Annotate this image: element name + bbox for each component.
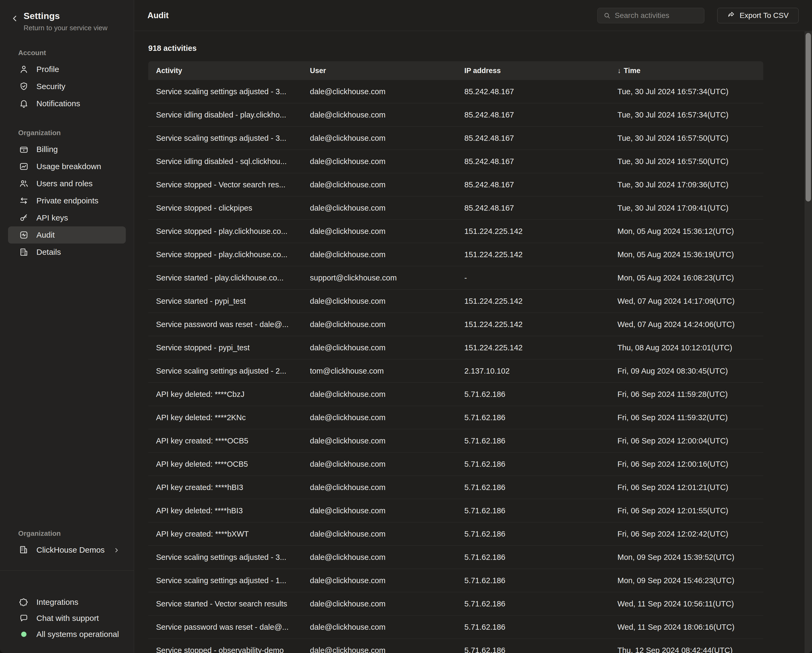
cell-time: Mon, 09 Sep 2024 15:46:23(UTC) xyxy=(617,576,763,585)
vertical-scrollbar[interactable] xyxy=(804,31,812,653)
cell-activity: API key created: ****hBI3 xyxy=(148,483,310,492)
cell-ip: 5.71.62.186 xyxy=(464,390,617,399)
cell-time: Mon, 05 Aug 2024 15:36:19(UTC) xyxy=(617,250,763,259)
table-row[interactable]: Service started - pypi_test dale@clickho… xyxy=(148,290,763,313)
chat-support-link[interactable]: Chat with support xyxy=(8,610,126,626)
integrations-link[interactable]: Integrations xyxy=(8,594,126,610)
table-row[interactable]: Service idling disabled - sql.clickhou..… xyxy=(148,150,763,173)
sidebar-item-billing[interactable]: Billing xyxy=(8,141,126,158)
page-subtitle: Return to your service view xyxy=(24,24,126,32)
cell-ip: 5.71.62.186 xyxy=(464,600,617,608)
table-row[interactable]: Service stopped - pypi_test dale@clickho… xyxy=(148,336,763,359)
organization-nav: Billing Usage breakdown Users and roles … xyxy=(0,141,134,261)
table-row[interactable]: Service idling disabled - play.clickho..… xyxy=(148,103,763,127)
table-row[interactable]: Service scaling settings adjusted - 1...… xyxy=(148,569,763,592)
back-button[interactable] xyxy=(10,14,20,24)
sidebar-item-usage-breakdown[interactable]: Usage breakdown xyxy=(8,158,126,175)
sidebar-item-api-keys[interactable]: API keys xyxy=(8,209,126,226)
table-row[interactable]: API key created: ****hBI3 dale@clickhous… xyxy=(148,476,763,499)
table-row[interactable]: Service started - play.clickhouse.co... … xyxy=(148,266,763,290)
column-header-time[interactable]: ↓Time xyxy=(617,67,763,75)
sidebar-item-audit[interactable]: Audit xyxy=(8,226,126,244)
table-row[interactable]: Service scaling settings adjusted - 3...… xyxy=(148,127,763,150)
footer-organization-label: Organization xyxy=(0,529,134,538)
table-row[interactable]: API key deleted: ****OCB5 dale@clickhous… xyxy=(148,453,763,476)
audit-content: 918 activities Activity User IP address … xyxy=(134,31,812,653)
sidebar-item-label: Private endpoints xyxy=(37,196,99,205)
table-row[interactable]: API key created: ****OCB5 dale@clickhous… xyxy=(148,429,763,453)
cell-ip: 5.71.62.186 xyxy=(464,436,617,446)
table-row[interactable]: API key deleted: ****CbzJ dale@clickhous… xyxy=(148,383,763,406)
column-header-ip[interactable]: IP address xyxy=(464,67,617,75)
table-row[interactable]: API key created: ****bXWT dale@clickhous… xyxy=(148,522,763,546)
main-panel: Audit Export To CSV 918 activities xyxy=(134,0,812,653)
cell-ip: 85.242.48.167 xyxy=(464,134,617,143)
cell-user: dale@clickhouse.com xyxy=(310,390,464,399)
table-row[interactable]: API key deleted: ****2KNc dale@clickhous… xyxy=(148,406,763,429)
table-row[interactable]: Service started - Vector search results … xyxy=(148,592,763,616)
cell-time: Mon, 05 Aug 2024 15:36:12(UTC) xyxy=(617,227,763,236)
table-body: Service scaling settings adjusted - 3...… xyxy=(148,80,763,653)
cell-time: Thu, 08 Aug 2024 10:12:01(UTC) xyxy=(617,343,763,352)
cell-user: dale@clickhouse.com xyxy=(310,529,464,539)
cell-activity: API key deleted: ****CbzJ xyxy=(148,390,310,399)
cell-time: Fri, 06 Sep 2024 12:02:42(UTC) xyxy=(617,529,763,539)
table-row[interactable]: Service password was reset - dale@... da… xyxy=(148,616,763,639)
cell-user: dale@clickhouse.com xyxy=(310,343,464,352)
chevron-left-icon xyxy=(11,19,19,23)
search-input[interactable] xyxy=(615,11,699,20)
cell-activity: Service stopped - observability-demo xyxy=(148,646,310,653)
org-switcher[interactable]: ClickHouse Demos xyxy=(8,542,126,558)
cell-activity: API key created: ****OCB5 xyxy=(148,436,310,446)
table-row[interactable]: Service stopped - clickpipes dale@clickh… xyxy=(148,197,763,220)
table-row[interactable]: Service password was reset - dale@... da… xyxy=(148,313,763,336)
status-dot-icon xyxy=(19,629,29,639)
table-row[interactable]: Service scaling settings adjusted - 2...… xyxy=(148,359,763,383)
sidebar-item-security[interactable]: Security xyxy=(8,78,126,95)
table-row[interactable]: Service stopped - play.clickhouse.co... … xyxy=(148,243,763,266)
table-row[interactable]: Service stopped - play.clickhouse.co... … xyxy=(148,220,763,243)
cell-ip: 5.71.62.186 xyxy=(464,623,617,632)
swap-arrows-icon xyxy=(19,195,29,206)
sidebar-item-profile[interactable]: Profile xyxy=(8,61,126,78)
sort-desc-icon: ↓ xyxy=(617,67,621,75)
cell-activity: Service password was reset - dale@... xyxy=(148,623,310,632)
table-row[interactable]: Service scaling settings adjusted - 3...… xyxy=(148,546,763,569)
table-row[interactable]: Service scaling settings adjusted - 3...… xyxy=(148,80,763,103)
org-name: ClickHouse Demos xyxy=(37,545,105,554)
chevron-right-icon xyxy=(113,546,120,554)
column-header-user[interactable]: User xyxy=(310,67,464,75)
cell-activity: Service scaling settings adjusted - 3... xyxy=(148,553,310,562)
column-header-activity[interactable]: Activity xyxy=(148,67,310,75)
sidebar-item-label: Details xyxy=(37,247,61,257)
sidebar-item-private-endpoints[interactable]: Private endpoints xyxy=(8,192,126,209)
search-box[interactable] xyxy=(597,8,704,23)
scrollbar-thumb[interactable] xyxy=(806,33,811,201)
user-icon xyxy=(19,64,29,75)
export-label: Export To CSV xyxy=(739,11,788,20)
cell-activity: Service stopped - play.clickhouse.co... xyxy=(148,250,310,259)
table-row[interactable]: Service stopped - Vector search res... d… xyxy=(148,173,763,197)
sidebar-item-notifications[interactable]: Notifications xyxy=(8,95,126,112)
cell-user: dale@clickhouse.com xyxy=(310,134,464,143)
system-status[interactable]: All systems operational xyxy=(8,626,126,642)
cell-user: dale@clickhouse.com xyxy=(310,227,464,236)
shield-check-icon xyxy=(19,81,29,92)
activities-count: 918 activities xyxy=(148,44,763,53)
chart-frame-icon xyxy=(19,162,29,172)
chat-support-label: Chat with support xyxy=(37,614,99,623)
table-row[interactable]: Service stopped - observability-demo dal… xyxy=(148,639,763,653)
sidebar-item-details[interactable]: Details xyxy=(8,244,126,261)
cell-time: Tue, 30 Jul 2024 17:09:36(UTC) xyxy=(617,180,763,189)
cell-user: dale@clickhouse.com xyxy=(310,157,464,166)
key-icon xyxy=(19,213,29,223)
sidebar-item-label: API keys xyxy=(37,213,68,223)
cell-time: Wed, 11 Sep 2024 10:56:11(UTC) xyxy=(617,600,763,608)
sidebar-item-users-and-roles[interactable]: Users and roles xyxy=(8,175,126,192)
cell-user: dale@clickhouse.com xyxy=(310,623,464,632)
export-csv-button[interactable]: Export To CSV xyxy=(717,8,798,23)
sidebar-item-label: Profile xyxy=(37,65,59,74)
table-row[interactable]: API key deleted: ****hBI3 dale@clickhous… xyxy=(148,499,763,522)
cell-activity: Service stopped - pypi_test xyxy=(148,343,310,352)
cell-ip: 2.137.10.102 xyxy=(464,367,617,375)
